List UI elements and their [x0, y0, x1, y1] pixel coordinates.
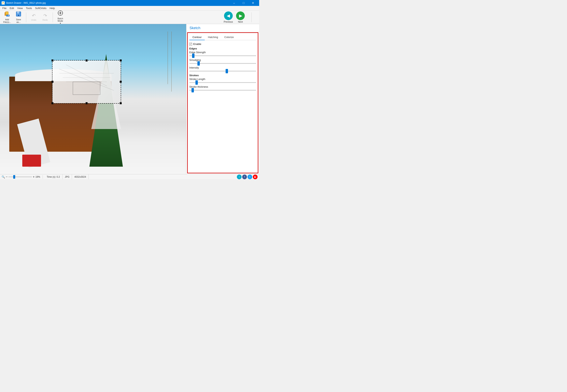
menu-view[interactable]: View: [15, 6, 24, 10]
enable-label: Enable: [193, 42, 201, 45]
selection-box[interactable]: [52, 60, 121, 104]
format-label: JPG: [65, 176, 69, 178]
zoom-thumb[interactable]: [13, 175, 15, 179]
file-tools-group: + Add File(s)... Save as...: [1, 12, 24, 23]
sketch-title: Sketch: [186, 24, 259, 31]
add-files-icon: +: [4, 11, 10, 18]
time-label: Time (s): 0.2: [47, 176, 60, 178]
stroke-thickness-track: [189, 90, 256, 91]
edge-strength-slider[interactable]: [189, 55, 256, 57]
stroke-thickness-thumb[interactable]: [192, 88, 194, 92]
facebook-icon[interactable]: f: [242, 175, 247, 179]
add-files-label: Add File(s)...: [3, 18, 11, 23]
time-section: Time (s): 0.2: [44, 174, 62, 179]
stroke-length-slider[interactable]: [189, 81, 256, 84]
menu-tools[interactable]: Tools: [24, 6, 33, 10]
undo-icon: ↶: [32, 13, 35, 18]
edit-tools-group: ↶ Undo ↷ Redo: [28, 12, 51, 23]
next-label: Next: [238, 20, 243, 23]
stroke-thickness-group: Stroke thickness: [189, 85, 256, 91]
tab-hatching[interactable]: Hatching: [205, 34, 221, 40]
next-icon: ▶: [236, 12, 245, 20]
enable-row: ✓ Enable: [189, 42, 256, 45]
dimensions-section: 4032x3024: [72, 174, 89, 179]
batch-mode-icon: [58, 10, 63, 17]
save-icon: [16, 11, 21, 18]
info-icon[interactable]: i: [237, 175, 242, 179]
intensity-thumb[interactable]: [226, 69, 228, 73]
menu-softorbits[interactable]: SoftOrbits: [33, 6, 48, 10]
status-right: i f t ▶: [236, 175, 258, 179]
maximize-button[interactable]: □: [239, 0, 248, 6]
redo-label: Redo: [43, 19, 48, 21]
zoom-value: 19%: [35, 176, 40, 178]
smudging-group: Smudging: [189, 58, 256, 65]
batch-mode-label: Batch Mode: [58, 17, 63, 22]
menu-bar: File Edit View Tools SoftOrbits Help: [0, 6, 259, 11]
format-section: JPG: [62, 174, 72, 179]
smudging-label: Smudging: [189, 58, 256, 61]
smudging-thumb[interactable]: [197, 61, 200, 66]
next-button[interactable]: ▶ Next: [235, 11, 246, 24]
canvas-area[interactable]: [0, 24, 186, 174]
redo-button[interactable]: ↷ Redo: [40, 12, 51, 23]
photo-background: [0, 24, 186, 174]
panel-content: Contour Hatching Colorize ✓ Enable Edges…: [187, 32, 258, 173]
edge-strength-label: Edge Strength: [189, 51, 256, 54]
undo-button[interactable]: ↶ Undo: [28, 12, 39, 23]
zoom-search-icon: 🔍: [1, 175, 5, 179]
save-as-label: Save as...: [16, 18, 21, 23]
enable-checkbox[interactable]: ✓: [189, 43, 192, 45]
stroke-length-thumb[interactable]: [195, 80, 198, 85]
intensity-slider[interactable]: [189, 70, 256, 72]
tab-contour[interactable]: Contour: [189, 34, 205, 40]
edge-strength-group: Edge Strength: [189, 51, 256, 57]
zoom-slider[interactable]: [8, 177, 32, 177]
save-as-button[interactable]: Save as...: [13, 12, 24, 23]
previous-icon: ◀: [224, 12, 233, 20]
title-bar: Sketch Drawer - IMG_0912~photo.jpg – □ ✕: [0, 0, 259, 6]
minimize-button[interactable]: –: [230, 0, 239, 6]
stroke-thickness-slider[interactable]: [189, 89, 256, 91]
smudging-track: [189, 63, 256, 64]
svg-text:+: +: [8, 14, 9, 16]
toolbar-separator-1: [26, 13, 26, 22]
menu-edit[interactable]: Edit: [8, 6, 15, 10]
menu-help[interactable]: Help: [48, 6, 56, 10]
previous-button[interactable]: ◀ Previous: [223, 11, 234, 24]
window-title: Sketch Drawer - IMG_0912~photo.jpg: [6, 1, 46, 4]
toolbar: + Add File(s)... Save as... ↶ Undo ↷: [0, 11, 259, 24]
smudging-slider[interactable]: [189, 62, 256, 65]
stroke-thickness-label: Stroke thickness: [189, 85, 256, 88]
right-panel: Sketch Contour Hatching Colorize ✓ Enabl…: [186, 24, 259, 174]
stroke-length-group: Stroke Length: [189, 78, 256, 84]
undo-label: Undo: [31, 19, 36, 21]
batch-tools-group: Batch Mode ▼: [55, 12, 66, 23]
twitter-icon[interactable]: t: [248, 175, 252, 179]
svg-rect-21: [73, 82, 100, 95]
close-button[interactable]: ✕: [249, 0, 258, 6]
youtube-icon[interactable]: ▶: [253, 175, 258, 179]
svg-point-10: [60, 12, 61, 14]
app-icon: [1, 1, 5, 4]
intensity-group: Intensity: [189, 66, 256, 72]
dimensions-label: 4032x3024: [74, 176, 86, 178]
intensity-track: [189, 71, 256, 71]
previous-label: Previous: [224, 20, 233, 23]
add-files-button[interactable]: + Add File(s)...: [1, 12, 13, 23]
strokes-section-header: Strokes: [189, 74, 256, 77]
tabs: Contour Hatching Colorize: [189, 34, 256, 40]
svg-line-19: [66, 65, 107, 86]
edge-strength-track: [189, 55, 256, 56]
zoom-out-icon[interactable]: −: [6, 175, 7, 179]
svg-rect-8: [18, 15, 19, 16]
intensity-label: Intensity: [189, 66, 256, 69]
tab-colorize[interactable]: Colorize: [221, 34, 237, 40]
redo-icon: ↷: [43, 13, 47, 18]
svg-line-18: [59, 69, 114, 90]
menu-file[interactable]: File: [1, 6, 8, 10]
batch-mode-button[interactable]: Batch Mode ▼: [55, 12, 66, 23]
edge-strength-thumb[interactable]: [192, 54, 194, 58]
status-bar: 🔍 − + 19% Time (s): 0.2 JPG 4032x3024 i …: [0, 174, 259, 179]
zoom-in-icon[interactable]: +: [33, 175, 34, 179]
